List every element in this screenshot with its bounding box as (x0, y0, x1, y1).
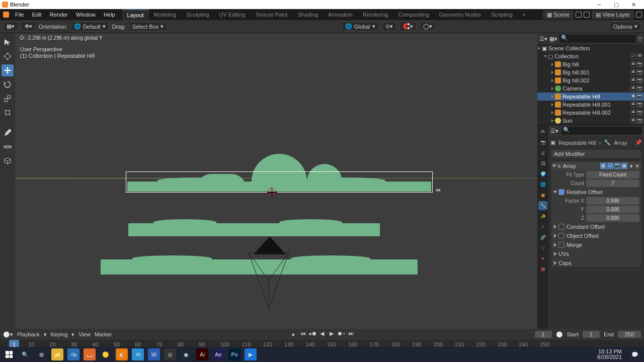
caps-collapse[interactable] (554, 261, 556, 265)
ptab-tool[interactable]: 🛠 (538, 127, 547, 136)
app-explorer-icon[interactable]: 📁 (51, 348, 63, 360)
tree-item[interactable]: Big hill.002👁📷 (537, 76, 644, 84)
outliner-search[interactable]: 🔍 (559, 35, 636, 43)
count-field[interactable]: 7 (586, 179, 639, 187)
tree-item[interactable]: Repeatable Hill.002👁📷 (537, 109, 644, 117)
autokey-toggle[interactable]: ● (291, 331, 295, 337)
prop-type-icon[interactable]: ☰▾ (550, 128, 558, 134)
keyframe-prev-icon[interactable]: ◂⏺ (308, 330, 316, 338)
ws-rendering[interactable]: Rendering (358, 10, 393, 20)
eye-icon[interactable]: 👁 (630, 61, 636, 67)
ptab-modifier[interactable]: 🔧 (538, 201, 547, 210)
ws-uv[interactable]: UV Editing (214, 10, 250, 20)
mod-vis-render-icon[interactable]: 📷 (614, 162, 621, 169)
tool-scale[interactable] (2, 93, 14, 105)
factor-z-field[interactable]: 0.000 (586, 214, 639, 222)
render-vis-icon[interactable]: 📷 (637, 118, 643, 124)
play-icon[interactable]: ▶ (328, 330, 336, 338)
ptab-texture[interactable]: ▩ (538, 264, 547, 274)
menu-file[interactable]: File (11, 10, 28, 20)
ptab-viewlayer[interactable]: 🖼 (538, 159, 547, 168)
ws-texturepaint[interactable]: Texture Paint (250, 10, 292, 20)
ptab-object[interactable]: ▣ (538, 191, 547, 200)
viewlayer-selector[interactable]: ▤ View Layer (592, 11, 634, 19)
panel-collapse-icon[interactable] (552, 165, 556, 167)
tool-measure[interactable] (2, 141, 14, 153)
ptab-scene[interactable]: 🌍 (538, 169, 547, 178)
reloff-collapse[interactable] (553, 191, 557, 194)
objoff-collapse[interactable] (554, 234, 556, 238)
fit-type-dropdown[interactable]: Fixed Count (586, 171, 639, 178)
mode-dropdown[interactable]: ✥▾ (21, 22, 36, 31)
sync-icon[interactable]: 🕓 (556, 331, 563, 338)
ws-animation[interactable]: Animation (323, 10, 358, 20)
pin-icon[interactable]: 📌 (635, 139, 642, 146)
snap-toggle[interactable]: 🧲▾ (399, 22, 417, 31)
render-vis-icon[interactable]: 📷 (637, 110, 643, 116)
tree-item[interactable]: Big hill👁📷 (537, 60, 644, 68)
end-frame-field[interactable]: 250 (618, 331, 641, 338)
eye-icon[interactable]: 👁 (630, 110, 636, 116)
ptab-constraint[interactable]: 🔗 (538, 233, 547, 242)
ptab-render[interactable]: 📷 (538, 138, 547, 147)
search-icon[interactable]: 🔍 (19, 348, 31, 360)
outliner-filter-icon[interactable]: ▽ (638, 36, 642, 42)
app-mail-icon[interactable]: ✉ (132, 348, 144, 360)
ws-layout[interactable]: Layout (122, 10, 149, 20)
tree-root[interactable]: ▣Scene Collection (537, 44, 644, 52)
outliner-tree[interactable]: ▣Scene Collection ▢Collection✓👁 Big hill… (537, 44, 644, 125)
taskview-icon[interactable]: ⊞ (35, 348, 47, 360)
ptab-physics[interactable]: ⚛ (538, 222, 547, 231)
tree-item[interactable]: Repeatable Hill👁📷 (537, 93, 644, 101)
menu-help[interactable]: Help (100, 10, 119, 20)
transform-orientation[interactable]: 🌐Global▾ (342, 22, 379, 31)
new-scene-button[interactable] (576, 12, 582, 18)
modifier-delete-icon[interactable]: ✕ (635, 163, 639, 169)
timeline-type-icon[interactable]: 🕓▾ (3, 331, 13, 338)
tree-collection[interactable]: ▢Collection✓👁 (537, 52, 644, 60)
ws-shading[interactable]: Shading (293, 10, 323, 20)
mod-vis-editmode-icon[interactable]: ▦ (600, 162, 607, 169)
uvs-collapse[interactable] (554, 252, 556, 256)
3d-viewport[interactable]: D: -2.296 m (2.296 m) along global Y Use… (15, 33, 537, 329)
add-modifier-dropdown[interactable]: Add Modifier (550, 149, 642, 159)
modifier-visibility-buttons[interactable]: ▦ 🖵 📷 ▣ (600, 162, 628, 169)
ws-modeling[interactable]: Modeling (149, 10, 182, 20)
merge-collapse[interactable] (554, 243, 556, 247)
ptab-material[interactable]: ● (538, 254, 547, 263)
drag-dropdown[interactable]: Select Box▾ (129, 22, 168, 31)
eye-icon[interactable]: 👁 (630, 94, 636, 100)
pivot-dropdown[interactable]: ⊙▾ (382, 22, 396, 31)
marker-menu[interactable]: Marker (95, 331, 112, 337)
render-vis-icon[interactable]: 📷 (637, 61, 643, 67)
notifications-icon[interactable]: 💬 (629, 348, 641, 360)
ptab-world[interactable]: 🌐 (538, 180, 547, 189)
ptab-particle[interactable]: ✨ (538, 212, 547, 221)
app-steam-icon[interactable]: ◉ (180, 348, 192, 360)
maximize-button[interactable]: ▢ (608, 0, 625, 9)
object-offset-checkbox[interactable] (558, 233, 565, 239)
app-firefox-icon[interactable]: 🦊 (84, 348, 96, 360)
factor-x-field[interactable]: 0.998 (586, 197, 639, 205)
ws-sculpting[interactable]: Sculpting (181, 10, 214, 20)
ws-compositing[interactable]: Compositing (393, 10, 434, 20)
merge-checkbox[interactable] (558, 242, 565, 248)
app-ae-icon[interactable]: Ae (212, 348, 224, 360)
tool-cursor[interactable] (2, 50, 14, 62)
ws-add[interactable]: + (518, 10, 531, 20)
current-frame-field[interactable]: 1 (535, 331, 552, 338)
app-obs-icon[interactable]: ◎ (164, 348, 176, 360)
play-reverse-icon[interactable]: ◀ (318, 330, 326, 338)
minimize-button[interactable]: ─ (591, 0, 608, 9)
tree-item[interactable]: Big hill.001👁📷 (537, 68, 644, 76)
app-chrome-icon[interactable]: 🟡 (100, 348, 112, 360)
app-media-icon[interactable]: ▶ (245, 348, 257, 360)
mod-vis-realtime-icon[interactable]: 🖵 (607, 162, 614, 169)
render-vis-icon[interactable]: 📷 (637, 69, 643, 75)
app-ps-icon[interactable]: Ps (228, 348, 240, 360)
menu-render[interactable]: Render (46, 10, 72, 20)
proportional-toggle[interactable]: ◯▾ (420, 22, 436, 31)
render-vis-icon[interactable]: 📷 (637, 77, 643, 83)
modifier-name[interactable]: Array (562, 163, 576, 169)
ptab-output[interactable]: 🖨 (538, 148, 547, 157)
